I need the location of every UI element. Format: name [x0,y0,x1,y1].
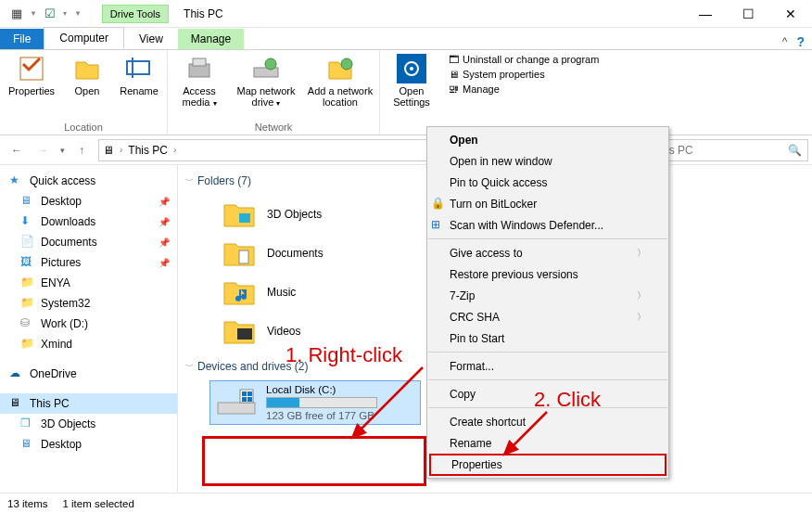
sidebar-xmind[interactable]: 📁Xmind [0,334,177,354]
shield-icon: ⊞ [431,218,446,233]
folder-icon: 📁 [20,296,35,311]
drive-local-c[interactable]: Local Disk (C:) 123 GB free of 177 GB [209,380,421,425]
ctx-open-new-window[interactable]: Open in new window [427,150,668,172]
open-button[interactable]: Open [65,54,109,96]
ctx-copy[interactable]: Copy [427,383,668,404]
svg-rect-16 [242,391,247,396]
pin-icon: 📌 [159,217,170,227]
ctx-pin-start[interactable]: Pin to Start [427,327,668,349]
manage-icon: 🖳 [449,83,459,95]
tab-file[interactable]: File [0,29,44,49]
ctx-restore-versions[interactable]: Restore previous versions [427,263,668,285]
svg-point-7 [341,58,352,70]
pc-icon: 🖥 [9,396,24,411]
svg-rect-14 [218,403,255,414]
desktop-icon: 🖥 [20,437,35,452]
svg-rect-5 [254,68,278,77]
ctx-give-access[interactable]: Give access to〉 [427,242,668,263]
sidebar-onedrive[interactable]: ☁OneDrive [0,364,177,384]
ctx-defender[interactable]: ⊞Scan with Windows Defender... [427,214,668,236]
sidebar-desktop[interactable]: 🖥Desktop📌 [0,191,177,212]
help-icon[interactable]: ? [796,34,805,49]
sidebar-desktop2[interactable]: 🖥Desktop [0,434,177,455]
ctx-properties[interactable]: Properties [429,454,666,476]
svg-point-6 [265,58,276,70]
sidebar-documents[interactable]: 📄Documents📌 [0,232,177,252]
label: Rename [120,85,159,96]
sidebar-downloads[interactable]: ⬇Downloads📌 [0,212,177,232]
folder-icon [222,278,256,306]
uninstall-icon: 🗔 [449,54,459,65]
forward-button[interactable]: → [30,139,56,161]
ribbon: Properties Open Rename Location Access m… [0,50,812,135]
status-selection: 1 item selected [62,498,133,509]
folder-icon [222,200,256,228]
up-button[interactable]: ↑ [69,139,95,161]
ctx-rename[interactable]: Rename [427,432,668,454]
icon-app: ▦ [11,6,22,20]
tab-computer[interactable]: Computer [44,27,124,49]
access-media-button[interactable]: Access media ▾ [173,54,225,108]
search-placeholder: is PC [666,144,693,157]
folder-icon: 📁 [20,276,35,290]
minimize-button[interactable]: — [684,0,727,27]
chevron-right-icon[interactable]: › [173,145,176,155]
qat-checkbox[interactable]: ☑ [44,6,56,20]
sidebar-enya[interactable]: 📁ENYA [0,273,177,293]
pin-icon: 📌 [159,258,170,268]
svg-rect-18 [242,397,247,402]
contextual-tab-drive-tools[interactable]: Drive Tools [102,5,169,23]
ctx-format[interactable]: Format... [427,355,668,377]
collapse-icon: ﹀ [185,361,194,373]
maximize-button[interactable]: ☐ [727,0,769,27]
uninstall-button[interactable]: 🗔Uninstall or change a program [449,54,599,65]
pin-icon: 📌 [159,237,170,248]
qat-dropdown2-icon[interactable]: ▼ [74,9,82,18]
manage-button[interactable]: 🖳Manage [449,83,599,95]
group-label: Network [255,122,292,133]
sidebar-pictures[interactable]: 🖼Pictures📌 [0,252,177,273]
chevron-right-icon[interactable]: › [120,145,122,155]
ctx-open[interactable]: Open [427,129,668,150]
back-button[interactable]: ← [4,139,30,161]
close-button[interactable]: ✕ [769,0,812,27]
system-properties-button[interactable]: 🖥System properties [449,69,599,80]
media-icon [184,54,214,83]
context-menu: Open Open in new window Pin to Quick acc… [426,126,669,479]
ctx-bitlocker[interactable]: 🔒Turn on BitLocker [427,193,668,214]
map-drive-button[interactable]: Map network drive ▾ [233,54,299,108]
breadcrumb[interactable]: This PC [128,144,168,157]
folder-icon: 📁 [20,337,35,352]
sidebar-quick-access[interactable]: ★Quick access [0,171,177,191]
qat-item[interactable]: ▾ [63,9,67,18]
tab-view[interactable]: View [124,29,178,49]
rename-button[interactable]: Rename [117,54,161,96]
bitlocker-icon: 🔒 [431,197,446,212]
ctx-pin-quick-access[interactable]: Pin to Quick access [427,172,668,193]
properties-button[interactable]: Properties [6,54,57,96]
label: Properties [8,85,55,96]
qat-dropdown-icon[interactable]: ▼ [30,9,37,18]
ctx-create-shortcut[interactable]: Create shortcut [427,411,668,432]
chevron-right-icon: 〉 [637,311,646,324]
drive-icon: ⛁ [20,316,35,331]
ctx-7zip[interactable]: 7-Zip〉 [427,285,668,306]
ctx-crc-sha[interactable]: CRC SHA〉 [427,306,668,327]
onedrive-icon: ☁ [9,366,24,381]
sidebar-3d-objects[interactable]: ❒3D Objects [0,414,177,434]
sidebar-work-d[interactable]: ⛁Work (D:) [0,314,177,334]
tab-manage[interactable]: Manage [178,29,244,49]
sidebar-system32[interactable]: 📁System32 [0,293,177,314]
quick-access-toolbar: ▦ ▼ ☑ ▾ ▼ [0,0,85,27]
open-settings-button[interactable]: Open Settings [386,54,438,108]
add-network-location-button[interactable]: Add a network location [307,54,374,108]
search-box[interactable]: is PC 🔍 [660,139,808,161]
pictures-icon: 🖼 [20,255,35,270]
navigation-pane: ★Quick access 🖥Desktop📌 ⬇Downloads📌 📄Doc… [0,165,178,493]
search-icon: 🔍 [788,144,802,157]
sidebar-this-pc[interactable]: 🖥This PC [0,393,177,414]
svg-rect-17 [247,391,252,396]
ribbon-collapse-icon[interactable]: ^ [782,35,788,48]
gear-icon [397,54,426,83]
recent-dropdown[interactable]: ▾ [56,139,69,161]
